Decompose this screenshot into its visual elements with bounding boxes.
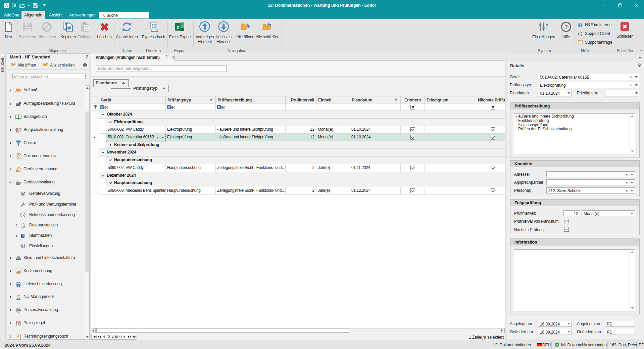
svg-text:X: X — [177, 25, 180, 30]
svg-text:€: € — [17, 335, 20, 339]
svg-text:?: ? — [564, 24, 568, 30]
